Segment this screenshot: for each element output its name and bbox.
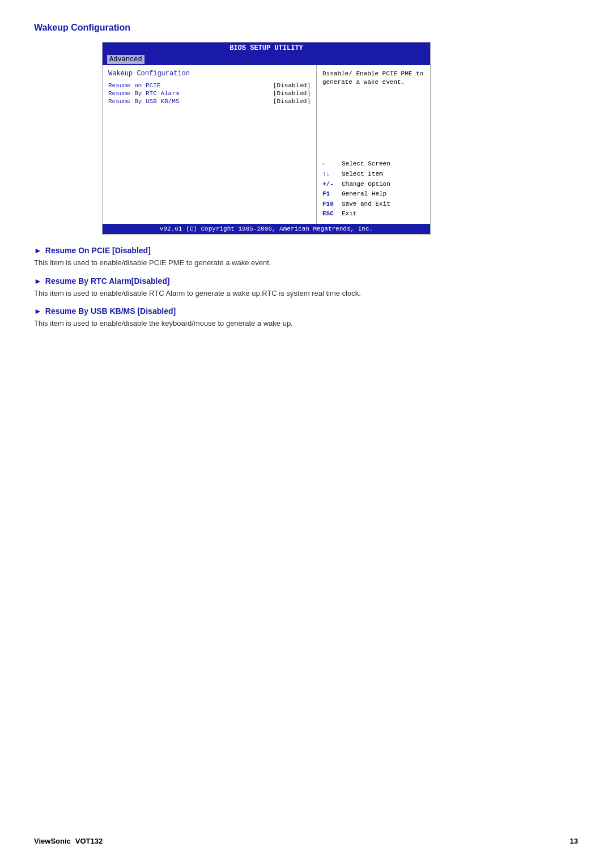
footer-brand-name: ViewSonic bbox=[34, 837, 71, 845]
bios-title-bar: BIOS SETUP UTILITY bbox=[103, 42, 430, 54]
doc-title-text-pcie: Resume On PCIE [Disabled] bbox=[45, 246, 151, 255]
footer-page-number: 13 bbox=[570, 837, 578, 845]
bios-action-exit: Exit bbox=[342, 209, 356, 219]
bios-item-resume-pcie[interactable]: Resume on PCIE [Disabled] bbox=[108, 82, 311, 89]
bios-item-value-pcie: [Disabled] bbox=[273, 82, 311, 89]
bios-nav-bar: Advanced bbox=[103, 54, 430, 65]
bios-item-value-rtc: [Disabled] bbox=[273, 90, 311, 97]
footer-brand: ViewSonic VOT132 bbox=[34, 837, 103, 845]
bios-left-panel: Wakeup Configuration Resume on PCIE [Dis… bbox=[103, 65, 317, 224]
bios-key-row-2: +/- Change Option bbox=[322, 180, 424, 190]
bios-action-change-option: Change Option bbox=[342, 180, 390, 190]
arrow-icon-rtc: ► bbox=[34, 276, 42, 286]
bios-action-select-screen: Select Screen bbox=[342, 159, 390, 169]
bios-item-resume-rtc[interactable]: Resume By RTC Alarm [Disabled] bbox=[108, 90, 311, 97]
doc-item-resume-usb: ► Resume By USB KB/MS [Disabled] This it… bbox=[34, 307, 578, 329]
arrow-icon-pcie: ► bbox=[34, 246, 42, 255]
bios-title: BIOS SETUP UTILITY bbox=[230, 44, 303, 52]
bios-key-esc: ESC bbox=[322, 209, 338, 219]
bios-action-save-exit: Save and Exit bbox=[342, 199, 390, 210]
doc-body-resume-pcie: This item is used to enable/disable PCIE… bbox=[34, 257, 578, 269]
bios-item-value-usb: [Disabled] bbox=[273, 98, 311, 105]
bios-action-general-help: General Help bbox=[342, 189, 386, 199]
bios-item-label-rtc: Resume By RTC Alarm bbox=[108, 90, 179, 97]
doc-body-resume-usb: This item is used to enable/disable the … bbox=[34, 318, 578, 329]
doc-title-resume-usb: ► Resume By USB KB/MS [Disabled] bbox=[34, 307, 578, 316]
arrow-icon-usb: ► bbox=[34, 307, 42, 316]
bios-screenshot: BIOS SETUP UTILITY Advanced Wakeup Confi… bbox=[102, 42, 431, 235]
doc-title-text-rtc: Resume By RTC Alarm[Disabled] bbox=[45, 276, 170, 286]
doc-title-text-usb: Resume By USB KB/MS [Disabled] bbox=[45, 307, 176, 316]
doc-item-resume-rtc: ► Resume By RTC Alarm[Disabled] This ite… bbox=[34, 276, 578, 299]
bios-keys: ← Select Screen ↑↓ Select Item +/- Chang… bbox=[322, 159, 424, 219]
bios-item-resume-usb[interactable]: Resume By USB KB/MS [Disabled] bbox=[108, 98, 311, 105]
doc-body-resume-rtc: This item is used to enable/disable RTC … bbox=[34, 288, 578, 299]
bios-key-arrow: ← bbox=[322, 159, 338, 169]
footer-model: VOT132 bbox=[75, 837, 103, 845]
bios-help-text: Disable/ Enable PCIE PME to generate a w… bbox=[322, 70, 424, 87]
page-footer: ViewSonic VOT132 13 bbox=[34, 837, 578, 845]
bios-key-updown: ↑↓ bbox=[322, 169, 338, 180]
bios-item-label-usb: Resume By USB KB/MS bbox=[108, 98, 179, 105]
bios-key-row-0: ← Select Screen bbox=[322, 159, 424, 169]
bios-key-row-4: F10 Save and Exit bbox=[322, 199, 424, 210]
bios-footer: v02.61 (C) Copyright 1985-2006, American… bbox=[103, 224, 430, 234]
bios-key-row-1: ↑↓ Select Item bbox=[322, 169, 424, 180]
bios-section-title: Wakeup Configuration bbox=[108, 70, 311, 78]
bios-right-panel: Disable/ Enable PCIE PME to generate a w… bbox=[317, 65, 430, 224]
doc-title-resume-rtc: ► Resume By RTC Alarm[Disabled] bbox=[34, 276, 578, 286]
doc-section: ► Resume On PCIE [Disabled] This item is… bbox=[34, 246, 578, 329]
page-title: Wakeup Configuration bbox=[34, 23, 578, 33]
bios-item-label-pcie: Resume on PCIE bbox=[108, 82, 160, 89]
doc-item-resume-pcie: ► Resume On PCIE [Disabled] This item is… bbox=[34, 246, 578, 269]
bios-key-row-5: ESC Exit bbox=[322, 209, 424, 219]
bios-key-row-3: F1 General Help bbox=[322, 189, 424, 199]
bios-action-select-item: Select Item bbox=[342, 169, 383, 180]
bios-key-f1: F1 bbox=[322, 189, 338, 199]
bios-nav-advanced[interactable]: Advanced bbox=[107, 55, 144, 64]
bios-key-f10: F10 bbox=[322, 199, 338, 210]
doc-title-resume-pcie: ► Resume On PCIE [Disabled] bbox=[34, 246, 578, 255]
bios-body: Wakeup Configuration Resume on PCIE [Dis… bbox=[103, 65, 430, 224]
bios-key-plusminus: +/- bbox=[322, 180, 338, 190]
